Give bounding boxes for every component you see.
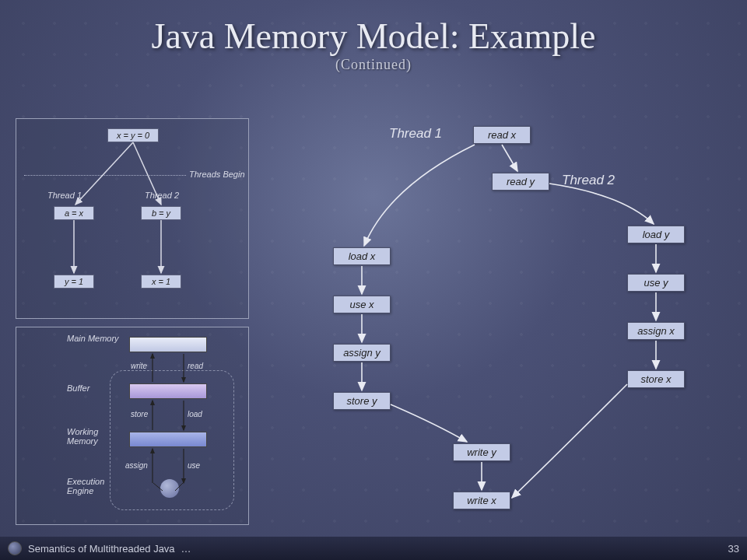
write-label: write [131, 362, 147, 370]
read-label: read [188, 362, 203, 370]
page-number: 33 [728, 543, 739, 555]
execution-engine-circle [160, 479, 179, 498]
footer-logo-icon [8, 541, 22, 555]
node-load-x: load x [333, 247, 391, 265]
node-write-x: write x [453, 492, 510, 509]
slide-title: Java Memory Model: Example [0, 16, 747, 57]
node-b-eq-y: b = y [141, 206, 181, 220]
flow-thread1-label: Thread 1 [389, 126, 442, 142]
node-store-x: store x [627, 370, 685, 388]
svg-line-12 [502, 145, 517, 171]
node-write-y: write y [453, 443, 510, 461]
node-x-eq-1: x = 1 [141, 275, 181, 289]
thread2-label: Thread 2 [145, 191, 179, 200]
memory-model-panel: Main Memory Buffer Working Memory Execut… [16, 327, 249, 525]
thread-diagram-panel: x = y = 0 Threads Begin Thread 1 Thread … [16, 118, 249, 319]
slide-subtitle: (Continued) [0, 57, 747, 73]
use-label: use [188, 461, 200, 470]
node-assign-y: assign y [333, 344, 391, 362]
node-read-y: read y [492, 173, 549, 191]
threads-begin-line [24, 175, 186, 176]
thread1-label: Thread 1 [47, 191, 82, 200]
node-y-eq-1: y = 1 [54, 275, 94, 289]
main-memory-label: Main Memory [67, 334, 121, 343]
init-node: x = y = 0 [107, 128, 159, 142]
footer-bar: Semantics of Multithreaded Java … 33 [0, 537, 747, 560]
footer-text: Semantics of Multithreaded Java [28, 543, 175, 555]
panel1-arrows [16, 119, 250, 320]
threads-begin-label: Threads Begin [189, 170, 245, 179]
node-use-x: use x [333, 296, 391, 313]
node-a-eq-x: a = x [54, 206, 94, 220]
store-label: store [131, 410, 148, 418]
main-memory-box [129, 337, 207, 352]
svg-line-0 [75, 142, 133, 205]
node-load-y: load y [627, 226, 685, 243]
buffer-box [129, 383, 207, 399]
node-use-y: use y [627, 274, 685, 292]
node-assign-x: assign x [627, 322, 685, 340]
working-memory-box [129, 432, 207, 447]
load-label: load [188, 410, 202, 418]
assign-label: assign [125, 461, 148, 470]
slide-title-block: Java Memory Model: Example (Continued) [0, 0, 747, 73]
flow-thread2-label: Thread 2 [562, 173, 615, 188]
node-store-y: store y [333, 392, 391, 410]
footer-ellipsis-icon: … [181, 543, 193, 555]
node-read-x: read x [473, 126, 531, 144]
